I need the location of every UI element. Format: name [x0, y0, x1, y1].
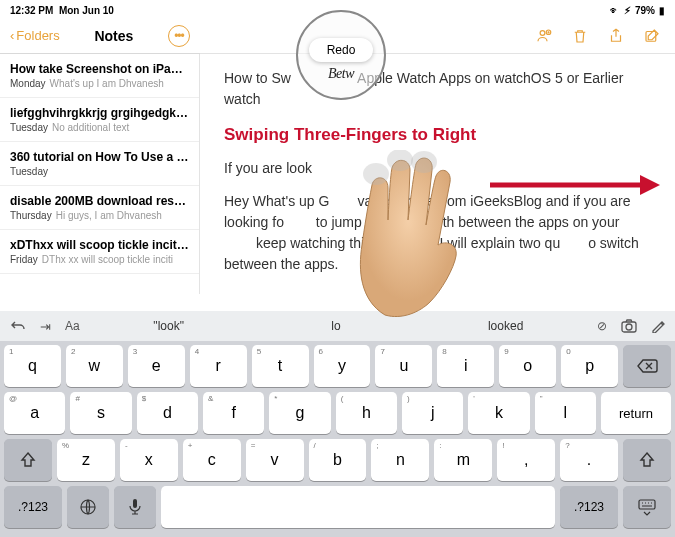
note-title: How take Screenshot on iPad wi…: [10, 62, 189, 76]
battery-percent: 79%: [635, 5, 655, 16]
note-title: disable 200MB download restric…: [10, 194, 189, 208]
key-d[interactable]: $d: [137, 392, 198, 434]
key-s[interactable]: #s: [70, 392, 131, 434]
key-p[interactable]: 0p: [561, 345, 618, 387]
markup-icon[interactable]: [651, 319, 665, 333]
keyboard: ⇥ Aa look lo looked ⊘ 1q2w3e4r5t6y7u8i9o…: [0, 311, 675, 537]
redo-indicator-overlay: Redo Betw: [296, 10, 386, 100]
note-title: 360 tutorial on How To Use a Blu…: [10, 150, 189, 164]
key-y[interactable]: 6y: [314, 345, 371, 387]
battery-icon: ▮: [659, 5, 665, 16]
arrow-right-icon: [490, 172, 660, 198]
shift-icon: [638, 451, 656, 469]
key-numbers-right[interactable]: .?123: [560, 486, 618, 528]
svg-rect-11: [133, 499, 137, 508]
key-numbers[interactable]: .?123: [4, 486, 62, 528]
compose-button[interactable]: [643, 27, 661, 45]
key-e[interactable]: 3e: [128, 345, 185, 387]
suggestion-bar: look lo looked: [80, 319, 597, 333]
key-space[interactable]: [161, 486, 555, 528]
key-v[interactable]: =v: [246, 439, 304, 481]
key-o[interactable]: 9o: [499, 345, 556, 387]
camera-icon[interactable]: [621, 319, 637, 333]
key-shift-left[interactable]: [4, 439, 52, 481]
key-i[interactable]: 8i: [437, 345, 494, 387]
note-subtitle: MondayWhat's up I am Dhvanesh: [10, 78, 189, 89]
svg-point-6: [387, 150, 413, 171]
key-x[interactable]: -x: [120, 439, 178, 481]
key-m[interactable]: :m: [434, 439, 492, 481]
mic-icon: [128, 498, 142, 516]
key-g[interactable]: *g: [269, 392, 330, 434]
key-period[interactable]: ?.: [560, 439, 618, 481]
note-list-item[interactable]: How take Screenshot on iPad wi…MondayWha…: [0, 54, 199, 98]
key-u[interactable]: 7u: [375, 345, 432, 387]
backspace-icon: [636, 358, 658, 374]
trash-icon: [571, 27, 589, 45]
note-paragraph: How to Swxxxxxxxxx Apple Watch Apps on w…: [224, 68, 651, 110]
key-l[interactable]: "l: [535, 392, 596, 434]
key-hide-keyboard[interactable]: [623, 486, 671, 528]
svg-point-5: [363, 163, 389, 185]
redo-pill: Redo: [309, 38, 374, 62]
shift-icon: [19, 451, 37, 469]
more-button[interactable]: •••: [168, 25, 190, 47]
share-icon: [607, 27, 625, 45]
ellipsis-icon: •••: [174, 29, 184, 43]
key-c[interactable]: +c: [183, 439, 241, 481]
font-format-button[interactable]: Aa: [65, 319, 80, 333]
note-title: liefgghvihrgkkrjg grgihgedgkeijg…: [10, 106, 189, 120]
collaborate-button[interactable]: [535, 27, 553, 45]
wifi-icon: ᯤ: [610, 5, 620, 16]
status-time: 12:32 PM: [10, 5, 53, 16]
key-shift-right[interactable]: [623, 439, 671, 481]
hide-keyboard-icon: [637, 498, 657, 516]
checkmark-icon[interactable]: ⊘: [597, 319, 607, 333]
sidebar-title: Notes: [94, 28, 133, 44]
key-t[interactable]: 5t: [252, 345, 309, 387]
key-backspace[interactable]: [623, 345, 671, 387]
key-r[interactable]: 4r: [190, 345, 247, 387]
svg-point-7: [411, 151, 437, 173]
tab-key-icon[interactable]: ⇥: [40, 319, 51, 334]
suggestion[interactable]: looked: [488, 319, 523, 333]
key-dictation[interactable]: [114, 486, 156, 528]
undo-toolbar-button[interactable]: [10, 319, 26, 333]
key-f[interactable]: &f: [203, 392, 264, 434]
note-list-item[interactable]: disable 200MB download restric…ThursdayH…: [0, 186, 199, 230]
key-globe[interactable]: [67, 486, 109, 528]
note-list-item[interactable]: liefgghvihrgkkrjg grgihgedgkeijg…Tuesday…: [0, 98, 199, 142]
key-a[interactable]: @a: [4, 392, 65, 434]
key-h[interactable]: (h: [336, 392, 397, 434]
note-subtitle: TuesdayNo additional text: [10, 122, 189, 133]
note-subtitle: ThursdayHi guys, I am Dhvanesh: [10, 210, 189, 221]
suggestion[interactable]: lo: [331, 319, 340, 333]
key-b[interactable]: /b: [309, 439, 367, 481]
status-date: Mon Jun 10: [59, 5, 114, 16]
redo-subtext: Betw: [328, 66, 354, 82]
key-q[interactable]: 1q: [4, 345, 61, 387]
key-w[interactable]: 2w: [66, 345, 123, 387]
share-button[interactable]: [607, 27, 625, 45]
redo-label: Redo: [327, 43, 356, 57]
notes-sidebar[interactable]: How take Screenshot on iPad wi…MondayWha…: [0, 54, 200, 294]
key-j[interactable]: )j: [402, 392, 463, 434]
key-n[interactable]: ;n: [371, 439, 429, 481]
back-button[interactable]: ‹Folders: [10, 28, 60, 43]
compose-icon: [643, 27, 661, 45]
note-list-item[interactable]: xDThxx will scoop tickle inciting sFrida…: [0, 230, 199, 274]
delete-button[interactable]: [571, 27, 589, 45]
svg-marker-4: [640, 175, 660, 195]
key-return[interactable]: return: [601, 392, 671, 434]
suggestion[interactable]: look: [153, 319, 184, 333]
note-title: xDThxx will scoop tickle inciting s: [10, 238, 189, 252]
person-add-icon: [535, 27, 553, 45]
note-subtitle: FridayDThx xx will scoop tickle inciti: [10, 254, 189, 265]
key-comma[interactable]: !,: [497, 439, 555, 481]
tutorial-annotation: Swiping Three-Fingers to Right: [224, 122, 651, 148]
hand-gesture-overlay: [330, 150, 470, 320]
note-list-item[interactable]: 360 tutorial on How To Use a Blu…Tuesday: [0, 142, 199, 186]
charging-icon: ⚡︎: [624, 5, 631, 16]
key-k[interactable]: 'k: [468, 392, 529, 434]
key-z[interactable]: %z: [57, 439, 115, 481]
